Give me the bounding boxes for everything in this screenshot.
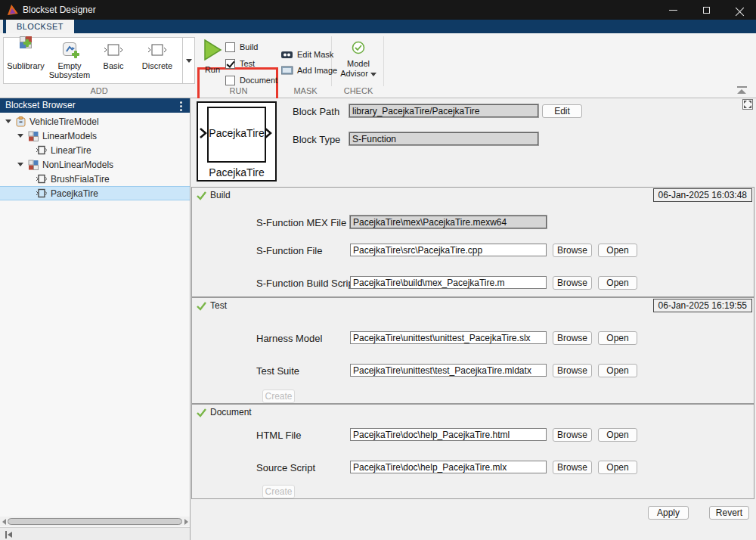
test-suite-field[interactable] — [350, 364, 547, 377]
add-image-button[interactable]: Add Image — [281, 64, 337, 76]
section-check-icon — [196, 191, 207, 200]
add-image-label: Add Image — [297, 66, 337, 75]
basic-block-icon — [104, 42, 123, 59]
model-advisor-icon — [352, 41, 365, 54]
test-section: Test 06-Jan-2025 16:19:55 Harness Model … — [191, 297, 754, 404]
document-checkbox-row[interactable]: Document — [225, 75, 277, 85]
field-label: Harness Model — [256, 333, 322, 344]
minimize-button[interactable] — [656, 0, 689, 20]
source-script-field[interactable] — [350, 461, 547, 473]
tree-item-lineartire[interactable]: LinearTire — [0, 143, 190, 157]
browse-button[interactable]: Browse — [553, 461, 592, 474]
tree-item-linearmodels[interactable]: LinearModels — [0, 129, 190, 143]
apply-button[interactable]: Apply — [648, 506, 689, 520]
create-button: Create — [262, 485, 295, 498]
block-path-field — [349, 104, 538, 117]
window-title: Blockset Designer — [23, 5, 96, 15]
scroll-right-icon[interactable] — [182, 517, 190, 526]
open-button[interactable]: Open — [598, 331, 637, 345]
build-checkbox-row[interactable]: Build — [225, 42, 277, 52]
add-gallery-dropdown[interactable] — [183, 37, 195, 84]
collapse-ribbon-button[interactable] — [737, 86, 747, 94]
chevron-down-icon — [186, 59, 192, 63]
document-section: Document HTML File Browse Open Source Sc… — [191, 404, 754, 499]
block-icon — [36, 188, 47, 198]
tab-blockset[interactable]: BLOCKSET — [6, 20, 74, 33]
tree-item-vehicletiremodel[interactable]: VehicleTireModel — [0, 114, 190, 129]
expander-icon[interactable] — [5, 119, 11, 123]
add-section-label: ADD — [3, 86, 195, 95]
blockset-browser-title: Blockset Browser — [5, 100, 76, 110]
harness-model-field[interactable] — [350, 331, 547, 344]
sublibrary-label: Sublibrary — [7, 61, 45, 70]
expand-panel-button[interactable] — [742, 99, 753, 113]
tree-item-label: LinearModels — [42, 131, 97, 141]
run-button[interactable]: Run — [203, 39, 222, 74]
tab-edge-sliver — [0, 20, 3, 33]
maximize-button[interactable] — [689, 0, 723, 20]
open-button[interactable]: Open — [598, 244, 637, 257]
discrete-block-label: Discrete — [142, 61, 172, 70]
browse-button[interactable]: Browse — [553, 276, 592, 290]
build-checkbox-label: Build — [240, 42, 258, 51]
browse-button[interactable]: Browse — [553, 244, 592, 257]
tree-item-brushfialatire[interactable]: BrushFialaTire — [0, 172, 190, 186]
browse-button[interactable]: Browse — [553, 364, 592, 377]
test-checkbox-row[interactable]: Test — [225, 58, 277, 69]
test-checkbox[interactable] — [225, 59, 235, 69]
expander-icon[interactable] — [17, 134, 23, 138]
revert-button[interactable]: Revert — [709, 506, 749, 520]
tree-item-label: NonLinearModels — [42, 160, 113, 170]
expander-icon[interactable] — [17, 163, 23, 166]
scrollbar-thumb[interactable] — [8, 518, 182, 525]
block-preview-name: PacejkaTire — [198, 127, 275, 139]
build-section: Build 06-Jan-2025 16:03:48 S-Function ME… — [191, 187, 754, 297]
open-button[interactable]: Open — [598, 364, 637, 377]
scroll-left-icon[interactable] — [0, 517, 8, 526]
maximize-icon — [703, 7, 710, 14]
html-file-field[interactable] — [350, 428, 547, 441]
ribbon-tab-bar: BLOCKSET — [0, 20, 756, 33]
minimize-icon — [669, 10, 677, 11]
open-button[interactable]: Open — [598, 276, 637, 290]
ribbon-toolstrip: Sublibrary Empty Subsystem Basic — [0, 33, 756, 98]
build-timestamp: 06-Jan-2025 16:03:48 — [653, 188, 752, 202]
browser-menu-button[interactable] — [180, 101, 182, 113]
test-checkbox-label: Test — [240, 59, 255, 68]
discrete-block-icon — [147, 42, 167, 59]
discrete-block-button[interactable]: Discrete — [135, 38, 179, 83]
browser-horizontal-scrollbar[interactable] — [0, 517, 190, 526]
browse-button[interactable]: Browse — [553, 331, 592, 345]
expand-icon — [742, 99, 753, 110]
open-button[interactable]: Open — [598, 428, 637, 442]
sfunction-file-field[interactable] — [350, 244, 547, 256]
block-type-label: Block Type — [293, 134, 340, 145]
model-advisor-button[interactable]: Model Advisor — [335, 41, 382, 79]
document-section-title: Document — [210, 407, 252, 417]
edit-mask-button[interactable]: Edit Mask — [281, 48, 337, 60]
tree-item-pacejkatire[interactable]: PacejkaTire — [0, 186, 190, 200]
close-button[interactable] — [723, 0, 756, 20]
build-checkbox[interactable] — [225, 42, 235, 52]
sfunction-mex-file-field — [350, 216, 547, 228]
block-icon — [36, 174, 47, 184]
sfunction-build-script-field[interactable] — [350, 276, 547, 289]
tree-item-label: BrushFialaTire — [51, 174, 110, 185]
block-detail-panel: PacejkaTire PacejkaTire Block Path Edit … — [191, 98, 756, 540]
collapse-panel-icon[interactable] — [5, 531, 13, 538]
edit-button[interactable]: Edit — [542, 104, 582, 118]
document-checkbox[interactable] — [225, 76, 235, 85]
ribbon-separator — [383, 36, 384, 86]
run-options: Build Test Document — [225, 42, 277, 92]
sublibrary-button[interactable]: Sublibrary — [4, 38, 48, 83]
document-checkbox-label: Document — [240, 76, 277, 85]
mask-section: Edit Mask Add Image — [281, 48, 337, 80]
basic-block-button[interactable]: Basic — [91, 38, 135, 83]
test-section-title: Test — [210, 300, 227, 311]
browse-button[interactable]: Browse — [553, 428, 592, 442]
field-label: S-Function Build Script — [256, 278, 356, 289]
open-button[interactable]: Open — [598, 461, 637, 474]
empty-subsystem-button[interactable]: Empty Subsystem — [48, 38, 91, 83]
tree-item-nonlinearmodels[interactable]: NonLinearModels — [0, 157, 190, 172]
field-label: S-Function File — [256, 245, 322, 256]
